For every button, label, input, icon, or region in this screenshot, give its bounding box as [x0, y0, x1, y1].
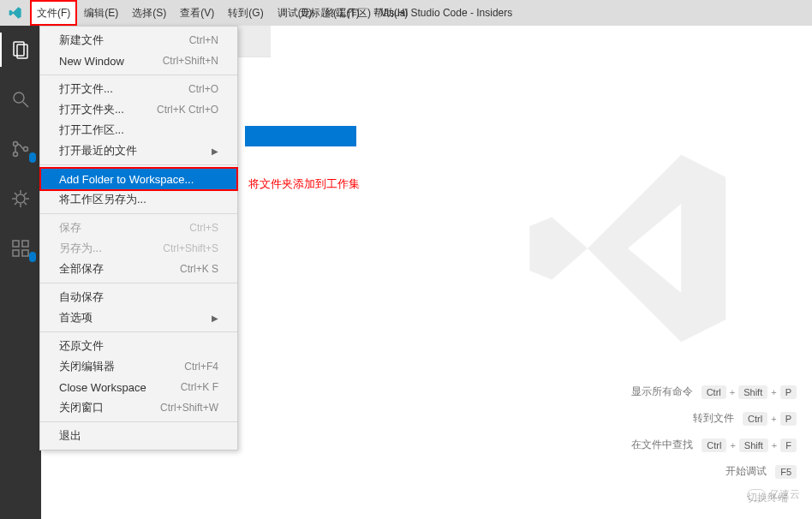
dropdown-separator — [40, 75, 237, 75]
dropdown-item-shortcut: Ctrl+Shift+W — [160, 402, 218, 414]
dropdown-item-label: 关闭编辑器 — [59, 359, 115, 374]
dropdown-item-label: 首选项 — [59, 310, 93, 325]
dropdown-item-label: 保存 — [59, 220, 81, 236]
dropdown-separator — [40, 331, 237, 332]
activity-search[interactable] — [0, 82, 41, 116]
svg-rect-19 — [22, 250, 28, 256]
svg-point-2 — [14, 92, 24, 103]
activity-debug[interactable] — [0, 182, 41, 216]
dropdown-item[interactable]: 打开文件夹...Ctrl+K Ctrl+O — [40, 99, 237, 120]
svg-line-15 — [24, 202, 27, 205]
dropdown-item-label: 打开文件... — [59, 81, 113, 97]
plus-icon: + — [772, 440, 777, 450]
dropdown-item-label: 还原文件 — [59, 338, 104, 354]
hint-keys: Ctrl+Shift+P — [702, 385, 797, 399]
keycap: Shift — [739, 438, 768, 452]
dropdown-item[interactable]: 关闭窗口Ctrl+Shift+W — [40, 397, 237, 418]
dropdown-item[interactable]: 关闭编辑器Ctrl+F4 — [40, 356, 237, 377]
keycap: Shift — [738, 385, 767, 399]
dropdown-item-label: 打开工作区... — [59, 122, 124, 138]
dropdown-item-shortcut: Ctrl+O — [188, 83, 218, 95]
menu-goto[interactable]: 转到(G) — [221, 0, 270, 26]
dropdown-item-shortcut: Ctrl+N — [189, 34, 218, 46]
dropdown-item-label: 新建文件 — [59, 33, 104, 48]
keycap: P — [780, 385, 797, 399]
hint-keys: Ctrl+P — [743, 412, 797, 426]
dropdown-item[interactable]: 将工作区另存为... — [40, 189, 237, 210]
hint-row: 开始调试F5 — [725, 464, 797, 479]
cloud-icon — [747, 489, 766, 501]
hint-label: 显示所有命令 — [631, 385, 693, 399]
svg-line-14 — [15, 202, 17, 205]
dropdown-item-label: Close Workspace — [59, 381, 146, 394]
keycap: Ctrl — [702, 438, 726, 452]
dropdown-item[interactable]: 首选项▶ — [40, 307, 237, 328]
dropdown-item[interactable]: 自动保存 — [40, 287, 237, 307]
activity-extensions[interactable] — [0, 231, 41, 265]
dropdown-item-label: 自动保存 — [59, 289, 104, 305]
svg-point-5 — [14, 152, 18, 157]
plus-icon: + — [771, 387, 776, 397]
dropdown-item[interactable]: New WindowCtrl+Shift+N — [40, 51, 237, 71]
dropdown-item[interactable]: 退出 — [40, 426, 237, 446]
hint-label: 转到文件 — [693, 411, 734, 426]
hint-keys: Ctrl+Shift+F — [702, 438, 797, 452]
activity-explorer[interactable] — [0, 33, 41, 67]
menu-edit[interactable]: 编辑(E) — [77, 0, 125, 26]
dropdown-item[interactable]: Close WorkspaceCtrl+K F — [40, 377, 237, 397]
menu-select[interactable]: 选择(S) — [125, 0, 173, 26]
svg-rect-17 — [22, 241, 28, 247]
dropdown-item-shortcut: Ctrl+K F — [181, 381, 218, 393]
hint-row: 在文件中查找Ctrl+Shift+F — [631, 438, 797, 452]
svg-line-13 — [24, 193, 27, 195]
dropdown-item[interactable]: Add Folder to Workspace... — [40, 169, 237, 189]
dropdown-item-label: 全部保存 — [59, 261, 104, 277]
dropdown-item[interactable]: 打开最近的文件▶ — [40, 140, 237, 161]
dropdown-item-label: 另存为... — [59, 241, 102, 256]
dropdown-separator — [40, 283, 237, 283]
dropdown-item-label: New Window — [59, 55, 124, 68]
plus-icon: + — [730, 387, 735, 397]
keycap: Ctrl — [743, 412, 767, 426]
hint-row: 显示所有命令Ctrl+Shift+P — [631, 385, 797, 399]
dropdown-item[interactable]: 还原文件 — [40, 336, 237, 356]
extensions-badge — [29, 252, 36, 262]
keycap: P — [780, 412, 797, 426]
menu-view[interactable]: 查看(V) — [173, 0, 221, 26]
brand-label: 亿速云 — [769, 487, 800, 502]
dropdown-item-shortcut: Ctrl+F4 — [184, 361, 218, 373]
svg-point-7 — [16, 194, 25, 203]
dropdown-item-shortcut: Ctrl+K Ctrl+O — [157, 104, 218, 116]
dropdown-item-label: 关闭窗口 — [59, 400, 104, 415]
activity-scm[interactable] — [0, 132, 41, 166]
dropdown-item-label: 退出 — [59, 428, 81, 444]
svg-line-12 — [15, 193, 17, 195]
plus-icon: + — [771, 414, 776, 424]
svg-rect-16 — [13, 241, 19, 247]
chevron-right-icon: ▶ — [212, 146, 218, 156]
dropdown-separator — [40, 213, 237, 214]
keycap: Ctrl — [702, 385, 726, 399]
dropdown-item-label: 打开文件夹... — [59, 102, 124, 117]
dropdown-item-label: 打开最近的文件 — [59, 143, 137, 158]
hint-keys: F5 — [775, 465, 797, 479]
vscode-watermark-icon — [521, 137, 743, 363]
dropdown-item-shortcut: Ctrl+Shift+S — [163, 242, 218, 254]
menu-file[interactable]: 文件(F) — [30, 0, 77, 26]
dropdown-item[interactable]: 全部保存Ctrl+K S — [40, 259, 237, 279]
scm-badge — [29, 152, 36, 163]
dropdown-separator — [40, 421, 237, 422]
brand-watermark: 亿速云 — [743, 486, 803, 504]
welcome-highlight-stub — [245, 126, 356, 146]
svg-point-4 — [14, 142, 18, 146]
hint-row: 转到文件Ctrl+P — [693, 411, 797, 426]
keycap: F5 — [775, 465, 797, 479]
dropdown-item-shortcut: Ctrl+S — [189, 222, 218, 234]
dropdown-item[interactable]: 新建文件Ctrl+N — [40, 30, 237, 51]
activity-bar — [0, 26, 41, 519]
window-title: 无标题 (工作区) - Visual Studio Code - Insider… — [300, 6, 513, 21]
dropdown-item[interactable]: 打开工作区... — [40, 120, 237, 140]
dropdown-item-label: Add Folder to Workspace... — [59, 173, 194, 186]
hint-label: 在文件中查找 — [631, 438, 693, 452]
dropdown-item[interactable]: 打开文件...Ctrl+O — [40, 79, 237, 99]
